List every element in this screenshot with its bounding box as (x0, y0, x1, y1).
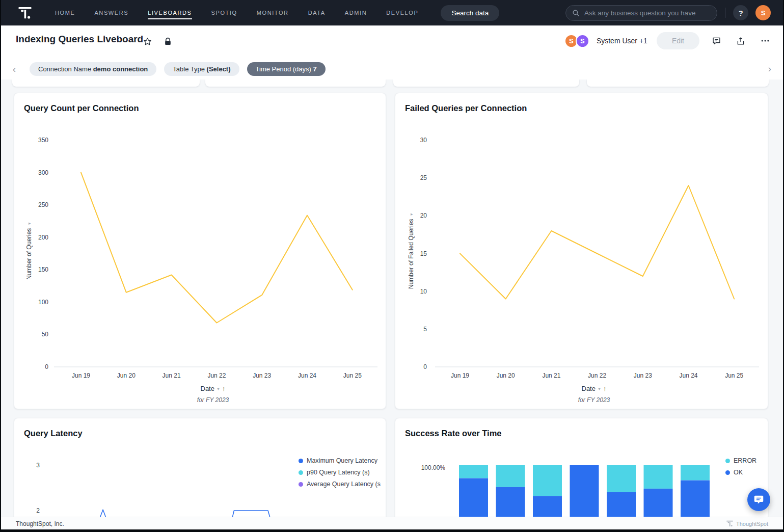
nav-item-liveboards[interactable]: LIVEBOARDS (148, 7, 192, 19)
y-tick-label: 0 (423, 363, 427, 370)
y-tick-label: 3 (36, 462, 40, 469)
legend-dot-icon (299, 482, 303, 487)
y-tick-label: 0 (45, 363, 48, 370)
bar-segment-error[interactable] (681, 465, 710, 481)
line-chart-plot[interactable]: 051015202530Jun 19Jun 20Jun 21Jun 22Jun … (395, 93, 768, 379)
legend-item[interactable]: OK (725, 469, 756, 476)
more-options-button[interactable] (758, 33, 773, 48)
liveboard-title: Indexing Queries Liveboard (16, 34, 143, 45)
share-button[interactable] (733, 33, 748, 48)
edit-button[interactable]: Edit (657, 32, 699, 49)
thoughtspot-logo-icon[interactable] (18, 7, 32, 19)
sort-caret-icon[interactable]: ▾ (217, 386, 220, 391)
footer-brand-label: ThoughtSpot (736, 521, 768, 527)
shared-user-avatar[interactable]: S (576, 34, 589, 48)
viz-card-failed-queries: Failed Queries per Connection ▸ Number o… (395, 93, 768, 409)
y-tick-label: 50 (42, 331, 49, 338)
header-avatars: SS (564, 34, 589, 48)
lock-icon (164, 37, 172, 46)
series-line (460, 185, 734, 299)
chat-bubble-icon (753, 494, 764, 505)
nav-item-spotiq[interactable]: SPOTIQ (211, 7, 237, 19)
chart-legend: Maximum Query Latencyp90 Query Latency (… (299, 457, 381, 488)
x-tick-label: Jun 19 (72, 372, 90, 379)
bar-segment-error[interactable] (496, 465, 525, 487)
liveboard-header: Indexing Queries Liveboard SS System Use… (0, 25, 784, 79)
footer-company: ThoughtSpot, Inc. (16, 520, 64, 527)
x-axis-label-block: Date ▾ ↑ (435, 385, 753, 392)
y-tick-label: 350 (38, 137, 48, 144)
help-button[interactable]: ? (733, 5, 748, 20)
user-avatar[interactable]: S (755, 5, 771, 20)
legend-dot-icon (299, 459, 303, 463)
x-tick-label: Jun 23 (634, 372, 652, 379)
nav-item-data[interactable]: DATA (308, 7, 326, 19)
viz-card-success-rate: Success Rate over Time ERROROK 100.00% (395, 418, 768, 525)
y-tick-label: 25 (420, 174, 427, 181)
x-tick-label: Jun 23 (253, 372, 271, 379)
comments-button[interactable] (709, 33, 724, 48)
legend-item[interactable]: Average Query Latency (s (299, 481, 381, 488)
legend-item[interactable]: p90 Query Latency (s) (299, 469, 381, 476)
thoughtspot-footer-logo-icon (726, 520, 733, 527)
favorite-button[interactable] (140, 34, 155, 49)
nav-item-admin[interactable]: ADMIN (345, 7, 367, 19)
chevron-left-icon[interactable]: ‹ (8, 64, 20, 75)
x-tick-label: Jun 21 (542, 372, 560, 379)
x-axis-label-block: Date ▾ ↑ (54, 385, 372, 392)
truncated-card (12, 79, 200, 87)
x-tick-label: Jun 25 (343, 372, 362, 379)
viz-title[interactable]: Failed Queries per Connection (405, 103, 527, 113)
sort-ascending-icon[interactable]: ↑ (222, 385, 226, 392)
ask-question-input[interactable] (565, 5, 717, 21)
nav-item-develop[interactable]: DEVELOP (386, 7, 418, 19)
comment-icon (712, 36, 721, 45)
x-tick-label: Jun 25 (725, 372, 743, 379)
viz-title[interactable]: Query Count per Connection (24, 103, 139, 113)
y-tick-label: 100 (38, 299, 48, 306)
bar-segment-ok[interactable] (570, 465, 599, 525)
viz-title[interactable]: Query Latency (24, 429, 83, 438)
line-chart-plot[interactable]: 050100150200250300350Jun 19Jun 20Jun 21J… (14, 93, 386, 379)
legend-label: ERROR (734, 457, 756, 464)
ask-question-search[interactable] (565, 5, 717, 21)
y-tick-label: 10 (420, 288, 427, 295)
sort-ascending-icon[interactable]: ↑ (603, 385, 607, 392)
truncated-card (393, 79, 579, 87)
window-edge (0, 529, 784, 532)
y-tick-label: 250 (38, 201, 48, 208)
legend-item[interactable]: Maximum Query Latency (299, 457, 381, 464)
x-axis-label[interactable]: Date (201, 385, 214, 392)
legend-dot-icon (725, 459, 730, 463)
bar-segment-error[interactable] (607, 465, 636, 492)
nav-item-monitor[interactable]: MONITOR (257, 7, 289, 19)
search-data-button[interactable]: Search data (441, 5, 499, 21)
x-axis-note: for FY 2023 (54, 396, 372, 404)
legend-label: Average Query Latency (s (307, 481, 381, 488)
viz-title[interactable]: Success Rate over Time (405, 429, 502, 438)
nav-item-home[interactable]: HOME (55, 7, 75, 19)
x-tick-label: Jun 24 (679, 372, 697, 379)
bar-segment-error[interactable] (644, 465, 673, 489)
chevron-right-icon[interactable]: › (764, 63, 776, 74)
x-tick-label: Jun 22 (207, 372, 226, 379)
filter-pill[interactable]: Time Period (days) 7 (247, 62, 326, 76)
y-tick-label: 100.00% (421, 464, 446, 471)
viz-card-query-count: Query Count per Connection ▸ Number of Q… (14, 93, 386, 409)
bar-segment-error[interactable] (533, 465, 562, 496)
topnav-right-cluster: ? S (565, 5, 771, 21)
x-tick-label: Jun 19 (451, 372, 469, 379)
x-axis-label[interactable]: Date (582, 385, 596, 392)
sort-caret-icon[interactable]: ▾ (598, 386, 601, 391)
filter-pill[interactable]: Connection Name demo connection (30, 62, 156, 76)
more-dots-icon (760, 36, 770, 46)
chat-widget-button[interactable] (747, 488, 770, 511)
bar-segment-error[interactable] (459, 465, 488, 478)
nav-item-answers[interactable]: ANSWERS (94, 7, 128, 19)
filter-pill[interactable]: Table Type (Select) (164, 62, 239, 76)
top-nav: HOMEANSWERSLIVEBOARDSSPOTIQMONITORDATAAD… (0, 0, 784, 25)
shared-users-label[interactable]: System User +1 (597, 37, 647, 45)
lock-button[interactable] (160, 34, 175, 49)
y-tick-label: 20 (420, 212, 427, 219)
legend-item[interactable]: ERROR (725, 457, 756, 464)
